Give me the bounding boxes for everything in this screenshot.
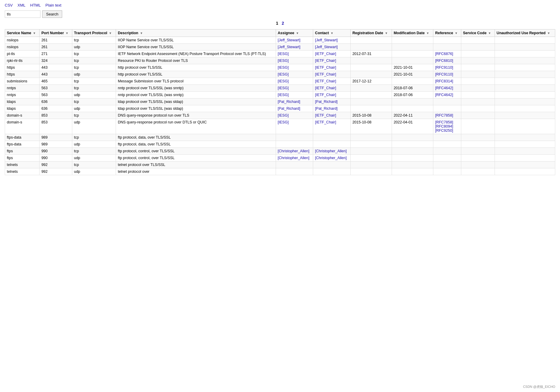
cell-mod-date: [392, 57, 433, 64]
sort-icon-service-code[interactable]: ▼: [488, 32, 491, 35]
nav-plain-text[interactable]: Plain text: [46, 3, 61, 7]
cell-service-code: [461, 85, 495, 92]
cell-reference: [433, 148, 461, 155]
contact-link[interactable]: [IETF_Chair]: [315, 52, 336, 56]
cell-service-code: [461, 57, 495, 64]
contact-link[interactable]: [IETF_Chair]: [315, 65, 336, 70]
cell-port: 261: [40, 44, 72, 51]
reference-link[interactable]: [RFC9250]: [435, 128, 453, 133]
nav-csv[interactable]: CSV: [5, 3, 13, 7]
sort-icon-reference[interactable]: ▼: [455, 32, 458, 35]
cell-mod-date: [392, 105, 433, 112]
sort-icon-unauthorized[interactable]: ▼: [547, 32, 550, 35]
table-row: submissions 465 tcp Message Submission o…: [5, 78, 555, 85]
assignee-link[interactable]: [Christopher_Allen]: [278, 149, 309, 153]
cell-port: 324: [40, 57, 72, 64]
table-row: pt-tls 271 tcp IETF Network Endpoint Ass…: [5, 51, 555, 57]
contact-link[interactable]: [IETF_Chair]: [315, 59, 336, 63]
cell-protocol: tcp: [72, 98, 116, 105]
contact-link[interactable]: [IETF_Chair]: [315, 93, 336, 97]
cell-service-name: https: [5, 71, 40, 78]
reference-link[interactable]: [RFC8314]: [435, 79, 453, 83]
col-description: Description ▼: [116, 29, 276, 37]
table-row: ftps 990 udp ftp protocol, control, over…: [5, 155, 555, 161]
cell-service-code: [461, 141, 495, 148]
assignee-link[interactable]: [Pat_Richard]: [278, 106, 300, 111]
page-next[interactable]: 2: [282, 21, 284, 26]
cell-service-name: ftps: [5, 155, 40, 161]
contact-link[interactable]: [Pat_Richard]: [315, 100, 338, 104]
sort-icon-regdate[interactable]: ▼: [385, 32, 388, 35]
reference-link[interactable]: [RFC9110]: [435, 72, 453, 76]
cell-protocol: tcp: [72, 57, 116, 64]
assignee-link[interactable]: [IESG]: [278, 113, 289, 117]
assignee-link[interactable]: [Christopher_Allen]: [278, 156, 309, 160]
table-row: domain-s 853 tcp DNS query-response prot…: [5, 112, 555, 119]
reference-link[interactable]: [RFC9110]: [435, 65, 453, 70]
cell-port: 636: [40, 105, 72, 112]
cell-unauthorized: [495, 134, 555, 141]
cell-assignee: [IESG]: [276, 112, 313, 119]
cell-protocol: tcp: [72, 64, 116, 71]
reference-link[interactable]: [RFC7858]: [435, 120, 453, 124]
sort-icon-assignee[interactable]: ▼: [296, 32, 299, 35]
cell-service-name: domain-s: [5, 119, 40, 134]
contact-link[interactable]: [IETF_Chair]: [315, 72, 336, 76]
nav-xml[interactable]: XML: [18, 3, 26, 7]
cell-description: IIOP Name Service over TLS/SSL: [116, 37, 276, 44]
cell-service-name: ftps-data: [5, 141, 40, 148]
cell-service-code: [461, 168, 495, 175]
results-table: Service Name ▼ Port Number ▼ Transport P…: [5, 29, 555, 175]
contact-link[interactable]: [IETF_Chair]: [315, 120, 336, 124]
search-input[interactable]: [5, 10, 40, 18]
contact-link[interactable]: [IETF_Chair]: [315, 86, 336, 90]
cell-contact: [IETF_Chair]: [313, 57, 351, 64]
col-reference: Reference ▼: [433, 29, 461, 37]
cell-service-code: [461, 92, 495, 98]
contact-link[interactable]: [IETF_Chair]: [315, 79, 336, 83]
cell-service-name: ldaps: [5, 98, 40, 105]
cell-port: 992: [40, 161, 72, 168]
assignee-link[interactable]: [IESG]: [278, 86, 289, 90]
reference-link[interactable]: [RFC4642]: [435, 93, 453, 97]
sort-icon-description[interactable]: ▼: [140, 32, 143, 35]
contact-link[interactable]: [Christopher_Allen]: [315, 149, 346, 153]
assignee-link[interactable]: [IESG]: [278, 65, 289, 70]
assignee-link[interactable]: [IESG]: [278, 120, 289, 124]
cell-contact: [Christopher_Allen]: [313, 155, 351, 161]
sort-icon-port[interactable]: ▼: [65, 32, 68, 35]
cell-port: 992: [40, 168, 72, 175]
table-row: nsiiops 261 udp IIOP Name Service over T…: [5, 44, 555, 51]
sort-icon-service-name[interactable]: ▼: [33, 32, 36, 35]
contact-link[interactable]: [Jeff_Stewart]: [315, 38, 338, 42]
cell-description: http protocol over TLS/SSL: [116, 64, 276, 71]
contact-link[interactable]: [Jeff_Stewart]: [315, 45, 338, 49]
cell-assignee: [276, 161, 313, 168]
cell-service-name: domain-s: [5, 112, 40, 119]
assignee-link[interactable]: [IESG]: [278, 59, 289, 63]
cell-reference: [RFC4642]: [433, 85, 461, 92]
reference-link[interactable]: [RFC7858]: [435, 113, 453, 117]
contact-link[interactable]: [Pat_Richard]: [315, 106, 338, 111]
search-button[interactable]: Search: [42, 10, 62, 18]
sort-icon-moddate[interactable]: ▼: [426, 32, 429, 35]
assignee-link[interactable]: [IESG]: [278, 72, 289, 76]
cell-description: ftp protocol, data, over TLS/SSL: [116, 134, 276, 141]
reference-link[interactable]: [RFC6876]: [435, 52, 453, 56]
assignee-link[interactable]: [Jeff_Stewart]: [278, 38, 300, 42]
nav-html[interactable]: HTML: [30, 3, 40, 7]
reference-link[interactable]: [RFC6810]: [435, 59, 453, 63]
table-row: https 443 udp http protocol over TLS/SSL…: [5, 71, 555, 78]
contact-link[interactable]: [IETF_Chair]: [315, 113, 336, 117]
assignee-link[interactable]: [IESG]: [278, 79, 289, 83]
sort-icon-protocol[interactable]: ▼: [109, 32, 112, 35]
assignee-link[interactable]: [Pat_Richard]: [278, 100, 300, 104]
table-row: nntps 563 udp nntp protocol over TLS/SSL…: [5, 92, 555, 98]
reference-link[interactable]: [RFC8094]: [435, 124, 453, 128]
contact-link[interactable]: [Christopher_Allen]: [315, 156, 346, 160]
assignee-link[interactable]: [Jeff_Stewart]: [278, 45, 300, 49]
assignee-link[interactable]: [IESG]: [278, 93, 289, 97]
assignee-link[interactable]: [IESG]: [278, 52, 289, 56]
reference-link[interactable]: [RFC4642]: [435, 86, 453, 90]
sort-icon-contact[interactable]: ▼: [330, 32, 333, 35]
